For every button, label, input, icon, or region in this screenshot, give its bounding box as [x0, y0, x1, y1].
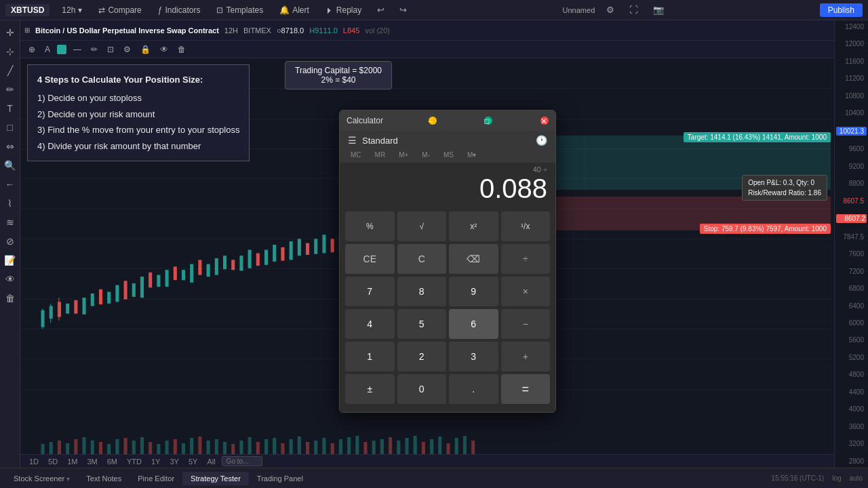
shapes-tool[interactable]: □ [4, 119, 15, 136]
calc-equals[interactable]: = [501, 374, 551, 404]
calc-negate[interactable]: ± [345, 374, 395, 404]
undo-button[interactable]: ↩ [374, 3, 388, 16]
calc-8[interactable]: 8 [397, 277, 447, 306]
svg-rect-63 [91, 441, 94, 454]
delete-draw-btn[interactable]: 🗑 [175, 43, 189, 56]
lock-draw-btn[interactable]: 🔒 [138, 43, 153, 56]
svg-rect-34 [298, 239, 301, 256]
calc-percent[interactable]: % [345, 211, 395, 241]
visibility-draw-btn[interactable]: 👁 [157, 43, 171, 56]
calc-square[interactable]: x² [449, 211, 498, 241]
settings-icon[interactable]: ⚙ [603, 3, 618, 16]
svg-rect-14 [132, 283, 136, 297]
color-draw-btn[interactable] [57, 45, 66, 54]
timeframe-1m[interactable]: 1M [64, 457, 81, 466]
fibonacci-tool[interactable]: ≋ [3, 214, 17, 230]
pencil-draw-btn[interactable]: ✏ [88, 43, 100, 56]
calc-4[interactable]: 4 [345, 309, 395, 339]
alert-button[interactable]: 🔔 Alert [275, 4, 313, 16]
calc-multiply[interactable]: × [501, 277, 551, 306]
timeframe-ytd[interactable]: YTD [123, 457, 145, 466]
cursor-tool[interactable]: ✛ [3, 24, 17, 41]
back-button[interactable]: ← [3, 176, 18, 192]
ticker-symbol[interactable]: XBTUSD [5, 4, 50, 16]
calc-history-icon[interactable]: 🕐 [536, 135, 547, 146]
price-8800: 8800 [836, 180, 867, 187]
calculator-window: Calculator – □ ✕ ☰ Standard 🕐 MC MR M+ M… [339, 110, 556, 413]
pattern-tool[interactable]: ⌇ [5, 195, 15, 211]
crosshair-draw-btn[interactable]: ⊕ [26, 43, 38, 56]
timeframe-5y[interactable]: 5Y [185, 457, 201, 466]
tab-stock-screener[interactable]: Stock Screener ▾ [5, 472, 78, 485]
fib-draw-btn[interactable]: ⊡ [104, 43, 117, 56]
auto-toggle[interactable]: auto [850, 474, 863, 482]
publish-button[interactable]: Publish [820, 3, 863, 17]
calc-maximize-button[interactable]: □ [484, 117, 492, 125]
goto-input[interactable] [222, 456, 262, 466]
tab-trading-panel[interactable]: Trading Panel [249, 472, 311, 485]
timeframe-5d[interactable]: 5D [45, 457, 61, 466]
calc-decimal[interactable]: . [449, 374, 498, 404]
calc-subtract[interactable]: − [501, 309, 551, 339]
redo-button[interactable]: ↪ [396, 3, 410, 16]
eye-tool[interactable]: 👁 [3, 271, 18, 287]
trendline-tool[interactable]: ╱ [5, 62, 16, 79]
calc-3[interactable]: 3 [449, 342, 498, 371]
calc-6[interactable]: 6 [449, 309, 498, 339]
svg-rect-29 [256, 253, 260, 266]
brush-tool[interactable]: ⊘ [3, 233, 17, 249]
timeframe-3y[interactable]: 3Y [166, 457, 182, 466]
timeframe-3m[interactable]: 3M [83, 457, 100, 466]
crosshair-tool[interactable]: ⊹ [3, 43, 17, 60]
zoom-tool[interactable]: 🔍 [1, 157, 18, 174]
svg-rect-57 [41, 444, 45, 454]
timeframe-all[interactable]: All [203, 457, 218, 466]
tab-strategy-tester[interactable]: Strategy Tester [182, 472, 249, 485]
calc-5[interactable]: 5 [397, 309, 447, 339]
calc-reciprocal[interactable]: ¹/x [501, 211, 551, 241]
snapshot-icon[interactable]: 📷 [650, 3, 667, 16]
calc-ms[interactable]: MS [441, 150, 456, 160]
timeframe-1d[interactable]: 1D [26, 457, 42, 466]
trash-tool[interactable]: 🗑 [3, 290, 18, 306]
log-toggle[interactable]: log [832, 474, 841, 482]
calc-mminus[interactable]: M- [419, 150, 433, 160]
calc-7[interactable]: 7 [345, 277, 395, 306]
calc-mr[interactable]: MR [372, 150, 389, 160]
tab-pine-editor[interactable]: Pine Editor [130, 472, 182, 485]
calc-add[interactable]: + [501, 342, 551, 371]
calc-menu-icon[interactable]: ☰ [348, 135, 357, 146]
fullscreen-icon[interactable]: ⛶ [626, 3, 642, 16]
measure-tool[interactable]: ⇔ [3, 138, 17, 155]
calc-mplus[interactable]: M+ [396, 150, 411, 160]
compare-button[interactable]: ⇄ Compare [94, 4, 145, 16]
calc-9[interactable]: 9 [449, 277, 498, 306]
replay-button[interactable]: ⏵ Replay [321, 4, 366, 16]
interval-selector[interactable]: 12h ▾ [58, 4, 86, 16]
calc-ce[interactable]: CE [345, 244, 395, 274]
calc-minimize-button[interactable]: – [429, 117, 437, 125]
calc-clear[interactable]: C [397, 244, 447, 274]
calc-close-button[interactable]: ✕ [540, 117, 549, 125]
calc-divide[interactable]: ÷ [501, 244, 551, 274]
calc-mc[interactable]: MC [348, 150, 364, 160]
templates-button[interactable]: ⊡ Templates [212, 4, 267, 16]
svg-rect-2 [50, 306, 53, 319]
calc-0[interactable]: 0 [397, 374, 447, 404]
expand-icon[interactable]: ⊞ [24, 26, 30, 34]
calc-mdrpdown[interactable]: M▾ [465, 150, 479, 160]
annotation-tool[interactable]: 📝 [1, 252, 18, 268]
tab-text-notes[interactable]: Text Notes [78, 472, 130, 485]
timeframe-6m[interactable]: 6M [104, 457, 121, 466]
settings-draw-btn[interactable]: ⚙ [121, 43, 134, 56]
indicators-button[interactable]: ƒ Indicators [154, 4, 205, 16]
calc-2[interactable]: 2 [397, 342, 447, 371]
draw-tool[interactable]: ✏ [3, 81, 17, 98]
calc-1[interactable]: 1 [345, 342, 395, 371]
calc-backspace[interactable]: ⌫ [449, 244, 498, 274]
calc-sqrt[interactable]: √ [397, 211, 447, 241]
line-draw-btn[interactable]: — [71, 43, 84, 56]
timeframe-1y[interactable]: 1Y [148, 457, 163, 466]
text-tool[interactable]: T [4, 100, 16, 117]
brush-draw-btn[interactable]: A [42, 43, 53, 56]
